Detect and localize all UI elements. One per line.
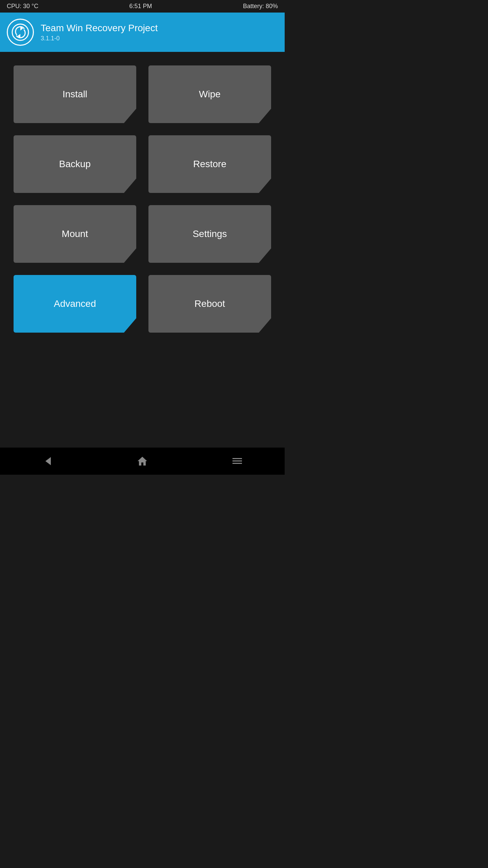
reboot-button[interactable]: Reboot: [148, 275, 271, 333]
button-row-4: Advanced Reboot: [14, 275, 271, 333]
app-version: 3.1.1-0: [41, 35, 158, 42]
restore-button[interactable]: Restore: [148, 135, 271, 193]
button-row-1: Install Wipe: [14, 65, 271, 123]
app-logo: [7, 19, 34, 46]
time-status: 6:51 PM: [129, 3, 152, 10]
advanced-button[interactable]: Advanced: [14, 275, 136, 333]
button-row-3: Mount Settings: [14, 205, 271, 263]
svg-marker-2: [138, 457, 147, 466]
menu-icon: [232, 456, 243, 467]
install-button[interactable]: Install: [14, 65, 136, 123]
battery-status: Battery: 80%: [243, 3, 278, 10]
logo-icon: [11, 23, 29, 41]
svg-rect-4: [232, 460, 242, 461]
app-title: Team Win Recovery Project: [41, 23, 158, 34]
main-content: Install Wipe Backup Restore Mount Settin…: [0, 52, 285, 448]
mount-button[interactable]: Mount: [14, 205, 136, 263]
wipe-button[interactable]: Wipe: [148, 65, 271, 123]
status-bar: CPU: 30 °C 6:51 PM Battery: 80%: [0, 0, 285, 13]
cpu-status: CPU: 30 °C: [7, 3, 38, 10]
settings-button[interactable]: Settings: [148, 205, 271, 263]
menu-nav-button[interactable]: [230, 454, 244, 468]
svg-rect-3: [232, 458, 242, 459]
button-row-2: Backup Restore: [14, 135, 271, 193]
back-nav-button[interactable]: [41, 454, 54, 468]
home-icon: [137, 456, 148, 467]
header-text-container: Team Win Recovery Project 3.1.1-0: [41, 23, 158, 42]
home-nav-button[interactable]: [136, 454, 149, 468]
app-header: Team Win Recovery Project 3.1.1-0: [0, 13, 285, 52]
svg-rect-5: [232, 463, 242, 464]
backup-button[interactable]: Backup: [14, 135, 136, 193]
nav-bar: [0, 448, 285, 475]
svg-marker-1: [45, 457, 51, 465]
back-icon: [42, 456, 53, 467]
